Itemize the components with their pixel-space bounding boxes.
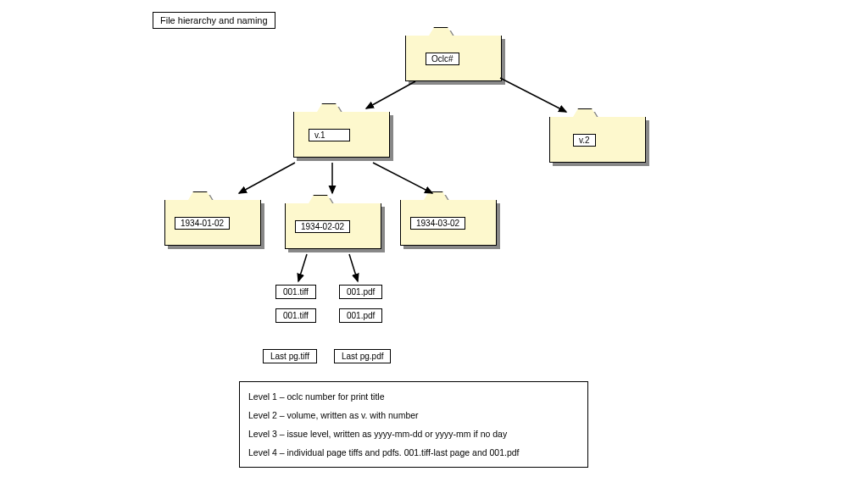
svg-line-5 — [298, 254, 307, 281]
svg-line-1 — [500, 78, 566, 112]
folder-root-label: Oclc# — [426, 53, 459, 65]
file-last-tiff: Last pg.tiff — [263, 349, 317, 363]
file-tiff-a: 001.tiff — [275, 285, 316, 299]
svg-line-6 — [349, 254, 358, 281]
svg-line-4 — [373, 163, 432, 193]
folder-issue2: 1934-02-02 — [285, 195, 381, 249]
folder-issue2-label: 1934-02-02 — [295, 220, 350, 233]
title-text: File hierarchy and naming — [160, 15, 268, 25]
file-pdf-a: 001.pdf — [339, 285, 382, 299]
file-tiff-b: 001.tiff — [275, 308, 316, 323]
folder-issue3: 1934-03-02 — [400, 191, 497, 246]
legend-l2: Level 2 – volume, written as v. with num… — [248, 406, 579, 424]
folder-v1-label: v.1 — [309, 129, 350, 141]
folder-root: Oclc# — [405, 27, 502, 81]
legend-l3: Level 3 – issue level, written as yyyy-m… — [248, 424, 579, 443]
file-last-pdf: Last pg.pdf — [334, 349, 391, 363]
legend-box: Level 1 – oclc number for print title Le… — [239, 381, 588, 468]
folder-v1: v.1 — [293, 103, 390, 158]
diagram-title: File hierarchy and naming — [153, 12, 275, 29]
file-pdf-b: 001.pdf — [339, 308, 382, 323]
svg-line-2 — [239, 163, 295, 193]
folder-issue1: 1934-01-02 — [164, 191, 261, 246]
legend-l1: Level 1 – oclc number for print title — [248, 387, 579, 406]
folder-issue1-label: 1934-01-02 — [175, 217, 230, 230]
legend-l4: Level 4 – individual page tiffs and pdfs… — [248, 443, 579, 462]
folder-v2-label: v.2 — [573, 134, 596, 147]
folder-v2: v.2 — [549, 108, 646, 163]
folder-issue3-label: 1934-03-02 — [410, 217, 465, 230]
